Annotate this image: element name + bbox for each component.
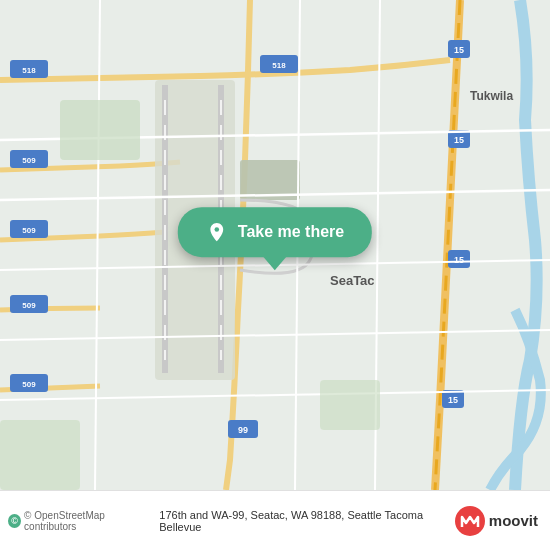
svg-rect-39 (0, 420, 80, 490)
svg-text:518: 518 (272, 61, 286, 70)
svg-text:15: 15 (454, 45, 464, 55)
svg-rect-38 (60, 100, 140, 160)
moovit-logo: moovit (454, 505, 538, 537)
location-pin-icon (206, 221, 228, 243)
button-label: Take me there (238, 223, 344, 241)
moovit-icon (454, 505, 486, 537)
map-container: 15 15 15 15 99 518 518 509 509 509 509 (0, 0, 550, 490)
footer: © © OpenStreetMap contributors 176th and… (0, 490, 550, 550)
osm-text: © OpenStreetMap contributors (24, 510, 151, 532)
svg-text:509: 509 (22, 156, 36, 165)
take-me-there-button[interactable]: Take me there (178, 207, 372, 257)
svg-text:Tukwila: Tukwila (470, 89, 513, 103)
osm-attribution: © © OpenStreetMap contributors (8, 510, 151, 532)
svg-text:15: 15 (454, 255, 464, 265)
svg-text:SeaTac: SeaTac (330, 273, 375, 288)
svg-text:509: 509 (22, 301, 36, 310)
moovit-text: moovit (489, 512, 538, 529)
svg-rect-40 (320, 380, 380, 430)
svg-text:15: 15 (454, 135, 464, 145)
osm-circle-icon: © (8, 514, 21, 528)
svg-text:15: 15 (448, 395, 458, 405)
popup-pointer (263, 256, 287, 270)
svg-point-44 (214, 227, 219, 232)
svg-point-45 (455, 506, 485, 536)
svg-text:509: 509 (22, 380, 36, 389)
svg-text:518: 518 (22, 66, 36, 75)
svg-text:99: 99 (238, 425, 248, 435)
footer-address: 176th and WA-99, Seatac, WA 98188, Seatt… (159, 509, 446, 533)
svg-text:509: 509 (22, 226, 36, 235)
popup-overlay: Take me there (178, 207, 372, 270)
footer-left: © © OpenStreetMap contributors (8, 510, 151, 532)
